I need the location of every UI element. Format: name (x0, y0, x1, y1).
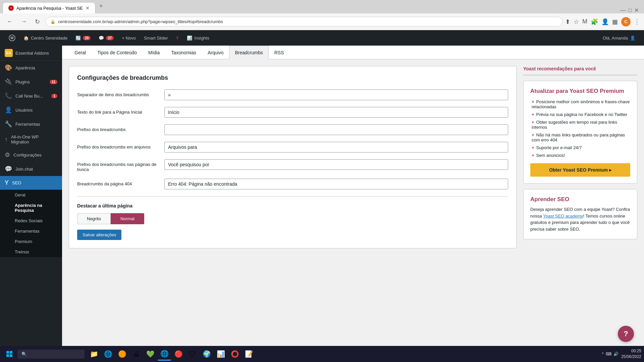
sidebar-item-call-now[interactable]: 📞 Call Now Bu... 1 (0, 89, 62, 103)
seo-label: SEO (12, 180, 21, 185)
taskbar-printer-icon[interactable]: 🖨 (129, 347, 143, 361)
toggle-normal-button[interactable]: Normal (111, 213, 144, 224)
prefix-input[interactable] (164, 124, 508, 135)
smart-slider-item[interactable]: Smart Slider (141, 30, 171, 46)
url-text: centroserenidade.com.br/wp-admin/admin.p… (58, 19, 557, 24)
archive-prefix-input[interactable] (164, 142, 508, 153)
user-avatar[interactable]: C (621, 17, 631, 26)
tab-arquivo[interactable]: Arquivo (202, 46, 229, 59)
save-button[interactable]: Salvar alterações (77, 230, 121, 240)
sidebar-subitem-ferramentas[interactable]: Ferramentas (0, 226, 62, 236)
404-label: Breadcrumbs da página 404 (77, 179, 158, 186)
tab-taxonomias[interactable]: Taxonomias (165, 46, 202, 59)
sidebar-subitem-redes[interactable]: Redes Sociais (0, 216, 62, 226)
sidebar-item-users[interactable]: 👤 Usuários (0, 103, 62, 117)
taskbar-file-explorer-icon[interactable]: 📁 (87, 347, 101, 361)
home-text-input[interactable] (164, 107, 508, 118)
sidebar-item-seo[interactable]: Y SEO (0, 176, 62, 190)
new-content-item[interactable]: + Novo (118, 30, 139, 46)
help-button[interactable]: ? (618, 326, 634, 342)
separator-input[interactable] (164, 89, 508, 100)
tab-title: Aparência na Pesquisa - Yoast SE (16, 6, 83, 11)
tab-breadcrumbs[interactable]: Breadcrumbs (229, 46, 268, 59)
active-browser-tab[interactable]: Y Aparência na Pesquisa - Yoast SE ✕ (3, 2, 95, 13)
search-prefix-label: Prefixo dos breadcrumbs nas páginas de b… (77, 159, 158, 172)
yoast-recommendations: Yoast recomendações para você (523, 66, 637, 75)
users-label: Usuários (15, 108, 33, 113)
back-button[interactable]: ← (4, 17, 15, 26)
site-name-item[interactable]: 🏠 Centro Serenidade (20, 30, 71, 46)
search-prefix-input[interactable] (164, 159, 508, 170)
insights-item[interactable]: 📊 Insights (183, 30, 213, 46)
yoast-seo-item[interactable]: Y (172, 30, 182, 46)
browser-menu-button[interactable]: ⋮ (634, 18, 640, 25)
taskbar-antivirus-icon[interactable]: 🔴 (172, 347, 185, 361)
address-bar[interactable]: 🔒 centroserenidade.com.br/wp-admin/admin… (45, 17, 562, 26)
taskbar-right: ^ ⌨ 🔊 00:25 25/06/2022 (602, 348, 641, 360)
sidebar-item-appearance[interactable]: 🎨 Aparência (0, 61, 62, 75)
profile-icon[interactable]: 👤 (601, 18, 609, 25)
prefix-label: Prefixo dos breadcrumbs (77, 124, 158, 132)
tabs-navigation: Geral Tipos de Conteúdo Mídia Taxonomias… (62, 46, 644, 59)
taskbar-whatsapp-icon[interactable]: 💚 (144, 347, 157, 361)
migration-label: All-in-One WP Migration (11, 134, 57, 144)
gmail-icon[interactable]: M (582, 18, 587, 25)
get-premium-button[interactable]: Obter Yoast SEO Premium (530, 163, 630, 177)
updates-item[interactable]: 🔄 20 (72, 30, 94, 46)
refresh-button[interactable]: ↻ (32, 17, 43, 27)
wp-logo-item[interactable]: W (5, 30, 19, 46)
start-button[interactable] (3, 347, 16, 361)
highlight-section-title: Destacar a última página (77, 203, 508, 208)
tray-sound-icon[interactable]: 🔊 (613, 352, 619, 356)
sidebar-icon[interactable]: ▦ (612, 18, 618, 25)
premium-list-item: Suporte por e-mail 24/7 (530, 145, 630, 150)
taskbar-clock[interactable]: 00:25 25/06/2022 (621, 348, 641, 360)
taskbar-vpn-icon[interactable]: 🛡 (186, 347, 199, 361)
sidebar-subitem-premium[interactable]: Premium (0, 236, 62, 247)
comments-item[interactable]: 💬 27 (95, 30, 117, 46)
migration-icon: ↑ (5, 136, 8, 143)
sidebar-item-tools[interactable]: 🔧 Ferramentas (0, 117, 62, 131)
tab-close-button[interactable]: ✕ (86, 5, 90, 11)
premium-submenu-label: Premium (15, 239, 32, 244)
taskbar-ccleaner-icon[interactable]: 🟠 (115, 347, 129, 361)
sidebar-subitem-aparencia[interactable]: Aparência na Pesquisa (0, 200, 62, 216)
taskbar-chrome-alt-icon[interactable]: 🌍 (200, 347, 213, 361)
taskbar-word-icon[interactable]: 📝 (242, 347, 256, 361)
window-minimize-button[interactable]: — (620, 7, 626, 13)
taskbar-chrome-icon[interactable]: 🌐 (158, 347, 171, 361)
tab-tipos[interactable]: Tipos de Conteúdo (92, 46, 143, 59)
tray-keyboard-icon[interactable]: ⌨ (606, 352, 611, 356)
toggle-negrito-button[interactable]: Negrito (77, 213, 111, 224)
tab-rss[interactable]: RSS (269, 46, 290, 59)
sidebar-subitem-geral[interactable]: Geral (0, 190, 62, 200)
yoast-academy-link[interactable]: Yoast SEO academy (543, 214, 583, 219)
404-input[interactable] (164, 179, 508, 189)
window-close-button[interactable]: ✕ (634, 7, 639, 13)
tray-arrow-icon[interactable]: ^ (602, 352, 604, 356)
sidebar-item-plugins[interactable]: 🔌 Plugins 11 (0, 75, 62, 89)
learn-text: Deseja aprender SEO com a equipe Yoast? … (530, 206, 630, 232)
toggle-group: Negrito Normal (77, 213, 508, 224)
sidebar-subitem-treinos[interactable]: Treinos (0, 247, 62, 257)
taskbar-browser-ie-icon[interactable]: 🌐 (101, 347, 115, 361)
extensions-icon[interactable]: 🧩 (591, 18, 598, 25)
share-icon[interactable]: ⬆ (565, 18, 570, 25)
tab-midia[interactable]: Mídia (143, 46, 165, 59)
sidebar-item-join-chat[interactable]: 💬 Join.chat (0, 162, 62, 176)
bookmark-icon[interactable]: ☆ (574, 18, 579, 25)
appearance-label: Aparência (15, 65, 35, 70)
sidebar-item-migration[interactable]: ↑ All-in-One WP Migration (0, 131, 62, 148)
sidebar-item-settings[interactable]: ⚙ Configurações (0, 148, 62, 162)
taskbar-search-box[interactable]: 🔍 (17, 350, 85, 359)
new-tab-button[interactable]: + (97, 0, 106, 12)
forward-button[interactable]: → (18, 17, 30, 26)
taskbar-chrome2-icon[interactable]: ⭕ (228, 347, 241, 361)
essential-addons-item[interactable]: EA Essential Addons (0, 46, 62, 61)
greeting-item[interactable]: Olá, Amanda 👤 (599, 30, 639, 46)
insights-chart-icon: 📊 (187, 36, 192, 41)
window-maximize-button[interactable]: □ (628, 7, 632, 13)
seo-submenu: Geral Aparência na Pesquisa Redes Sociai… (0, 190, 62, 257)
taskbar-excel-icon[interactable]: 📊 (214, 347, 227, 361)
tab-geral[interactable]: Geral (69, 46, 92, 59)
